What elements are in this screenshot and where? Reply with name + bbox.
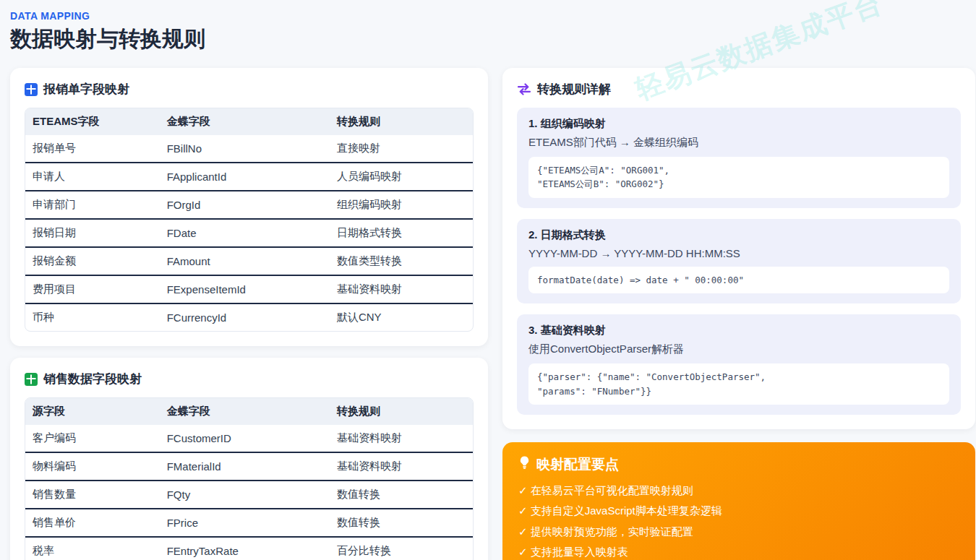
table-cell: 数值转换 (330, 509, 473, 537)
table-row: 费用项目FExpenseItemId基础资料映射 (25, 275, 473, 303)
table-cell: FQty (160, 481, 330, 509)
table-cell: 组织编码映射 (330, 191, 473, 219)
table-cell: 日期格式转换 (330, 219, 473, 247)
table-cell: 数值类型转换 (330, 247, 473, 275)
rules-card-title: 转换规则详解 (537, 81, 611, 98)
table-row: 报销日期FDate日期格式转换 (25, 219, 473, 247)
table-cell: 税率 (25, 537, 160, 560)
rule-code-block: {"parser": {"name": "ConvertObjectParser… (528, 363, 949, 405)
sales-table: 源字段 金蝶字段 转换规则 客户编码FCustomerID基础资料映射物料编码F… (25, 398, 473, 560)
table-cell: 人员编码映射 (330, 163, 473, 191)
rule-subtitle: ETEAMS部门代码 → 金蝶组织编码 (528, 136, 949, 150)
tip-item: ✓ 在轻易云平台可视化配置映射规则 (518, 481, 959, 501)
eyebrow-label: DATA MAPPING (10, 10, 976, 22)
table-cell: 基础资料映射 (330, 275, 473, 303)
content-grid: 报销单字段映射 ETEAMS字段 金蝶字段 转换规则 报销单号FBillNo直接… (10, 68, 976, 560)
table-grid-icon (25, 373, 38, 386)
table-cell: 客户编码 (25, 425, 160, 452)
column-header: 转换规则 (330, 108, 473, 135)
tips-card: 映射配置要点 ✓ 在轻易云平台可视化配置映射规则✓ 支持自定义JavaScrip… (502, 442, 975, 560)
expense-table: ETEAMS字段 金蝶字段 转换规则 报销单号FBillNo直接映射申请人FAp… (25, 108, 473, 331)
page-header: DATA MAPPING 数据映射与转换规则 (0, 0, 976, 53)
table-header-row: ETEAMS字段 金蝶字段 转换规则 (25, 108, 473, 135)
table-cell: 报销金额 (25, 247, 160, 275)
tip-item: ✓ 支持批量导入映射表 (518, 542, 959, 560)
page-title: 数据映射与转换规则 (10, 25, 976, 53)
column-header: ETEAMS字段 (25, 108, 160, 135)
table-cell: FOrgId (160, 191, 330, 219)
table-row: 物料编码FMaterialId基础资料映射 (25, 452, 473, 481)
expense-mapping-card: 报销单字段映射 ETEAMS字段 金蝶字段 转换规则 报销单号FBillNo直接… (10, 68, 488, 346)
table-cell: 数值转换 (330, 481, 473, 509)
tips-card-title: 映射配置要点 (536, 455, 619, 474)
table-cell: 默认CNY (330, 303, 473, 331)
table-cell: FCustomerID (160, 425, 330, 452)
column-header: 金蝶字段 (160, 108, 330, 135)
table-row: 报销金额FAmount数值类型转换 (25, 247, 473, 275)
rule-block-date-format: 2. 日期格式转换 YYYY-MM-DD → YYYY-MM-DD HH:MM:… (517, 219, 961, 303)
table-cell: 费用项目 (25, 275, 160, 303)
expense-card-title: 报销单字段映射 (43, 81, 129, 98)
tip-item: ✓ 支持自定义JavaScript脚本处理复杂逻辑 (518, 501, 959, 522)
table-cell: 直接映射 (330, 135, 473, 163)
table-cell: FExpenseItemId (160, 275, 330, 303)
rule-code-block: formatDate(date) => date + " 00:00:00" (528, 267, 949, 293)
rules-card-header: 转换规则详解 (517, 81, 961, 98)
tips-list: ✓ 在轻易云平台可视化配置映射规则✓ 支持自定义JavaScript脚本处理复杂… (518, 481, 959, 560)
table-cell: FAmount (160, 247, 330, 275)
table-row: 税率FEntryTaxRate百分比转换 (25, 537, 473, 560)
table-cell: 申请人 (25, 163, 160, 191)
rule-subtitle: YYYY-MM-DD → YYYY-MM-DD HH:MM:SS (528, 247, 949, 259)
left-column: 报销单字段映射 ETEAMS字段 金蝶字段 转换规则 报销单号FBillNo直接… (10, 68, 488, 560)
table-cell: 基础资料映射 (330, 425, 473, 452)
table-header-row: 源字段 金蝶字段 转换规则 (25, 398, 473, 425)
table-cell: 物料编码 (25, 452, 160, 481)
table-cell: 申请部门 (25, 191, 160, 219)
table-row: 报销单号FBillNo直接映射 (25, 135, 473, 163)
rule-title: 1. 组织编码映射 (528, 117, 949, 131)
table-cell: FCurrencyId (160, 303, 330, 331)
table-cell: FApplicantId (160, 163, 330, 191)
sales-card-header: 销售数据字段映射 (25, 371, 474, 387)
sales-card-title: 销售数据字段映射 (43, 371, 142, 387)
rule-block-org-mapping: 1. 组织编码映射 ETEAMS部门代码 → 金蝶组织编码 {"ETEAMS公司… (517, 108, 961, 208)
table-cell: 百分比转换 (330, 537, 473, 560)
table-cell: 报销日期 (25, 219, 160, 247)
sales-mapping-card: 销售数据字段映射 源字段 金蝶字段 转换规则 客户编码FCustomerID基础… (10, 358, 488, 560)
table-row: 客户编码FCustomerID基础资料映射 (25, 425, 473, 452)
right-column: 转换规则详解 1. 组织编码映射 ETEAMS部门代码 → 金蝶组织编码 {"E… (502, 68, 975, 560)
sales-table-wrapper: 源字段 金蝶字段 转换规则 客户编码FCustomerID基础资料映射物料编码F… (25, 397, 474, 560)
table-cell: 报销单号 (25, 135, 160, 163)
table-cell: FBillNo (160, 135, 330, 163)
table-cell: 销售单价 (25, 509, 160, 537)
column-header: 转换规则 (330, 398, 473, 425)
rule-subtitle: 使用ConvertObjectParser解析器 (528, 343, 949, 356)
rules-card: 转换规则详解 1. 组织编码映射 ETEAMS部门代码 → 金蝶组织编码 {"E… (502, 68, 975, 429)
transfer-arrows-icon (517, 83, 531, 95)
table-row: 申请人FApplicantId人员编码映射 (25, 163, 473, 191)
column-header: 金蝶字段 (160, 398, 330, 425)
tips-card-header: 映射配置要点 (518, 455, 959, 474)
table-cell: FEntryTaxRate (160, 537, 330, 560)
page: 轻易云数据集成平台 DATA MAPPING 数据映射与转换规则 报销单字段映射 (0, 0, 976, 560)
expense-table-wrapper: ETEAMS字段 金蝶字段 转换规则 报销单号FBillNo直接映射申请人FAp… (25, 108, 474, 332)
table-cell: FMaterialId (160, 452, 330, 481)
table-cell: 币种 (25, 303, 160, 331)
table-grid-icon (25, 83, 38, 96)
rule-title: 3. 基础资料映射 (528, 324, 949, 337)
table-cell: FDate (160, 219, 330, 247)
rule-block-base-data: 3. 基础资料映射 使用ConvertObjectParser解析器 {"par… (517, 314, 961, 415)
rule-code-block: {"ETEAMS公司A": "ORG001", "ETEAMS公司B": "OR… (528, 157, 949, 198)
table-row: 销售数量FQty数值转换 (25, 481, 473, 509)
table-row: 申请部门FOrgId组织编码映射 (25, 191, 473, 219)
table-row: 币种FCurrencyId默认CNY (25, 303, 473, 331)
column-header: 源字段 (25, 398, 160, 425)
tip-item: ✓ 提供映射预览功能，实时验证配置 (518, 522, 959, 543)
lightbulb-icon (518, 455, 531, 473)
table-cell: 销售数量 (25, 481, 160, 509)
rule-title: 2. 日期格式转换 (528, 228, 949, 242)
table-row: 销售单价FPrice数值转换 (25, 509, 473, 537)
table-cell: FPrice (160, 509, 330, 537)
expense-card-header: 报销单字段映射 (25, 81, 474, 98)
table-cell: 基础资料映射 (330, 452, 473, 481)
